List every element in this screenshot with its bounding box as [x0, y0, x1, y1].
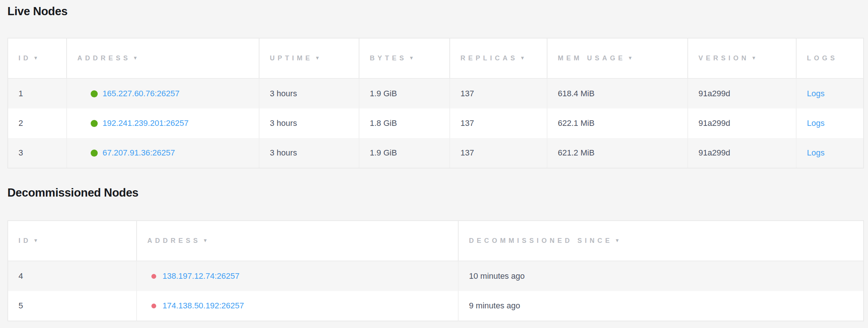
col-header-version[interactable]: VERSION▼ — [687, 39, 796, 79]
decommissioned-node-row: 4 138.197.12.74:26257 10 minutes ago — [8, 261, 863, 291]
sort-arrow-icon: ▼ — [628, 55, 633, 61]
logs-link[interactable]: Logs — [807, 148, 825, 157]
cell-replicas: 137 — [449, 138, 547, 168]
cell-replicas: 137 — [449, 79, 547, 108]
logs-link[interactable]: Logs — [807, 118, 825, 128]
logs-link[interactable]: Logs — [807, 89, 825, 98]
col-header-id[interactable]: ID▼ — [8, 221, 136, 261]
node-address-link[interactable]: 138.197.12.74:26257 — [162, 272, 239, 281]
cell-bytes: 1.9 GiB — [359, 138, 449, 168]
decommissioned-nodes-header-row: ID▼ ADDRESS▼ DECOMMISSIONED SINCE▼ — [8, 221, 863, 261]
cell-replicas: 137 — [449, 108, 547, 138]
col-header-address[interactable]: ADDRESS▼ — [66, 39, 259, 79]
sort-arrow-icon: ▼ — [33, 55, 38, 61]
col-header-logs: LOGS — [796, 39, 863, 79]
decommissioned-nodes-table: ID▼ ADDRESS▼ DECOMMISSIONED SINCE▼ 4 138… — [7, 220, 864, 321]
cell-bytes: 1.8 GiB — [359, 108, 449, 138]
cell-node-address: 138.197.12.74:26257 — [136, 261, 458, 291]
cell-bytes: 1.9 GiB — [359, 79, 449, 108]
decommissioned-nodes-title: Decommissioned Nodes — [7, 186, 863, 200]
cell-node-address: 67.207.91.36:26257 — [66, 138, 259, 168]
cell-node-id: 1 — [8, 79, 66, 108]
sort-arrow-icon: ▼ — [203, 238, 208, 243]
node-address-link[interactable]: 165.227.60.76:26257 — [103, 89, 180, 98]
cell-mem-usage: 618.4 MiB — [547, 79, 687, 108]
node-address-link[interactable]: 174.138.50.192:26257 — [162, 301, 244, 311]
cell-uptime: 3 hours — [259, 79, 359, 108]
col-header-uptime[interactable]: UPTIME▼ — [259, 39, 359, 79]
cell-node-address: 174.138.50.192:26257 — [136, 291, 458, 321]
cell-uptime: 3 hours — [259, 108, 359, 138]
cell-node-id: 3 — [8, 138, 66, 168]
cell-logs: Logs — [796, 108, 863, 138]
live-status-dot-icon — [91, 120, 98, 127]
sort-arrow-icon: ▼ — [133, 55, 138, 61]
live-nodes-table: ID▼ ADDRESS▼ UPTIME▼ BYTES▼ REPLICAS▼ ME… — [7, 38, 864, 168]
col-header-bytes[interactable]: BYTES▼ — [359, 39, 449, 79]
node-address-link[interactable]: 67.207.91.36:26257 — [103, 148, 175, 158]
cell-decommissioned-since: 10 minutes ago — [458, 261, 863, 291]
live-nodes-title: Live Nodes — [7, 4, 863, 19]
decommissioned-node-row: 5 174.138.50.192:26257 9 minutes ago — [8, 291, 863, 321]
cell-logs: Logs — [796, 138, 863, 168]
sort-arrow-icon: ▼ — [520, 55, 525, 61]
cell-node-id: 4 — [8, 261, 136, 291]
decommissioned-status-dot-icon — [151, 274, 156, 279]
node-address-link[interactable]: 192.241.239.201:26257 — [103, 119, 188, 128]
col-header-id[interactable]: ID▼ — [8, 39, 66, 79]
decommissioned-status-dot-icon — [151, 304, 156, 308]
col-header-address[interactable]: ADDRESS▼ — [136, 221, 458, 261]
cell-decommissioned-since: 9 minutes ago — [458, 291, 863, 321]
sort-arrow-icon: ▼ — [33, 238, 38, 243]
live-node-row: 1 165.227.60.76:26257 3 hours 1.9 GiB 13… — [8, 79, 863, 108]
cell-node-address: 192.241.239.201:26257 — [66, 108, 259, 138]
col-header-decommissioned-since[interactable]: DECOMMISSIONED SINCE▼ — [458, 221, 863, 261]
cell-mem-usage: 621.2 MiB — [547, 138, 687, 168]
cell-version: 91a299d — [687, 108, 796, 138]
live-node-row: 3 67.207.91.36:26257 3 hours 1.9 GiB 137… — [8, 138, 863, 168]
sort-arrow-icon: ▼ — [751, 55, 756, 61]
col-header-mem-usage[interactable]: MEM USAGE▼ — [547, 39, 687, 79]
cell-version: 91a299d — [687, 79, 796, 108]
cluster-nodes-page: Live Nodes ID▼ ADDRESS▼ UPTIME▼ BYTES▼ R… — [0, 0, 868, 321]
cell-logs: Logs — [796, 79, 863, 108]
live-node-row: 2 192.241.239.201:26257 3 hours 1.8 GiB … — [8, 108, 863, 138]
sort-arrow-icon: ▼ — [615, 238, 620, 243]
cell-node-id: 5 — [8, 291, 136, 321]
cell-uptime: 3 hours — [259, 138, 359, 168]
cell-node-id: 2 — [8, 108, 66, 138]
live-status-dot-icon — [91, 150, 98, 157]
cell-version: 91a299d — [687, 138, 796, 168]
cell-node-address: 165.227.60.76:26257 — [66, 79, 259, 108]
sort-arrow-icon: ▼ — [315, 55, 320, 61]
col-header-replicas[interactable]: REPLICAS▼ — [449, 39, 547, 79]
cell-mem-usage: 622.1 MiB — [547, 108, 687, 138]
sort-arrow-icon: ▼ — [409, 55, 414, 61]
live-nodes-header-row: ID▼ ADDRESS▼ UPTIME▼ BYTES▼ REPLICAS▼ ME… — [8, 39, 863, 79]
live-status-dot-icon — [91, 90, 98, 97]
